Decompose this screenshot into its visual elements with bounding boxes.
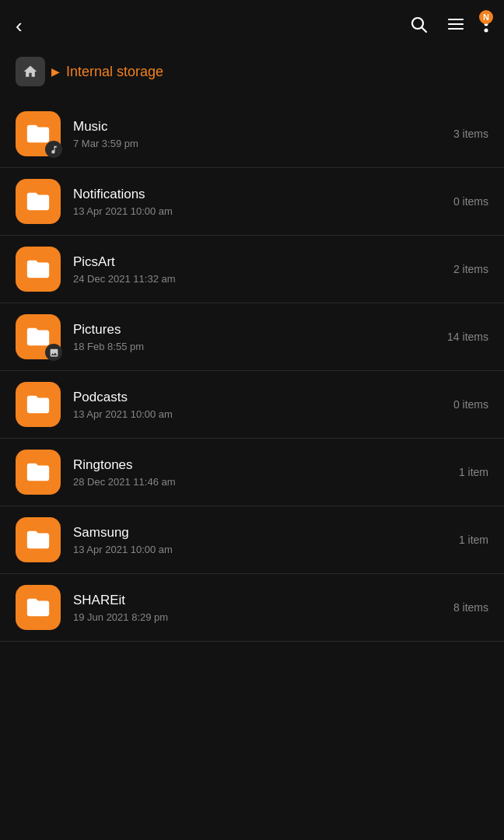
folder-info: Podcasts 13 Apr 2021 10:00 am — [73, 390, 441, 420]
folder-count: 0 items — [453, 195, 488, 208]
folder-date: 13 Apr 2021 10:00 am — [73, 544, 446, 555]
image-badge-icon — [45, 344, 62, 361]
breadcrumb: ▶ Internal storage — [0, 46, 504, 97]
folder-name: SHAREit — [73, 593, 441, 608]
folder-info: Ringtones 28 Dec 2021 11:46 am — [73, 457, 446, 488]
breadcrumb-path: Internal storage — [66, 64, 163, 80]
folder-icon — [16, 247, 61, 292]
folder-icon-container — [16, 247, 61, 292]
more-options-icon[interactable]: N — [484, 15, 488, 38]
folder-icon-container — [16, 517, 61, 562]
breadcrumb-arrow: ▶ — [51, 65, 60, 78]
home-icon[interactable] — [16, 57, 45, 86]
svg-point-7 — [485, 28, 488, 32]
back-button[interactable]: ‹ — [16, 14, 23, 38]
folder-date: 7 Mar 3:59 pm — [73, 138, 441, 149]
folder-count: 3 items — [453, 128, 488, 140]
header-right: N — [409, 15, 488, 38]
list-view-icon[interactable] — [446, 15, 465, 38]
folder-name: Samsung — [73, 525, 446, 541]
svg-line-1 — [422, 27, 427, 32]
folder-count: 1 item — [459, 534, 488, 546]
header-left: ‹ — [16, 14, 23, 38]
list-item[interactable]: Podcasts 13 Apr 2021 10:00 am 0 items — [0, 371, 504, 439]
list-item[interactable]: PicsArt 24 Dec 2021 11:32 am 2 items — [0, 236, 504, 303]
folder-icon-container — [16, 382, 61, 427]
list-item[interactable]: Notifications 13 Apr 2021 10:00 am 0 ite… — [0, 168, 504, 236]
folder-count: 1 item — [459, 466, 488, 478]
list-item[interactable]: Music 7 Mar 3:59 pm 3 items — [0, 100, 504, 168]
search-icon[interactable] — [409, 15, 428, 38]
folder-date: 13 Apr 2021 10:00 am — [73, 408, 441, 420]
list-item[interactable]: Samsung 13 Apr 2021 10:00 am 1 item — [0, 506, 504, 574]
folder-count: 8 items — [453, 601, 488, 614]
folder-name: Music — [73, 119, 441, 135]
folder-icon — [16, 450, 61, 495]
folder-list: Music 7 Mar 3:59 pm 3 items Notification… — [0, 100, 504, 642]
folder-date: 28 Dec 2021 11:46 am — [73, 476, 446, 488]
folder-info: Music 7 Mar 3:59 pm — [73, 119, 441, 149]
folder-info: Pictures 18 Feb 8:55 pm — [73, 322, 435, 352]
folder-count: 14 items — [447, 331, 488, 343]
folder-info: Samsung 13 Apr 2021 10:00 am — [73, 525, 446, 555]
folder-icon — [16, 179, 61, 224]
folder-name: Ringtones — [73, 457, 446, 473]
list-item[interactable]: SHAREit 19 Jun 2021 8:29 pm 8 items — [0, 574, 504, 642]
folder-date: 24 Dec 2021 11:32 am — [73, 273, 441, 285]
header: ‹ N — [0, 0, 504, 46]
notification-badge: N — [479, 10, 493, 24]
folder-icon — [16, 382, 61, 427]
folder-icon-container — [16, 179, 61, 224]
folder-info: Notifications 13 Apr 2021 10:00 am — [73, 187, 441, 217]
music-badge-icon — [45, 141, 62, 158]
list-item[interactable]: Pictures 18 Feb 8:55 pm 14 items — [0, 303, 504, 371]
folder-info: SHAREit 19 Jun 2021 8:29 pm — [73, 593, 441, 623]
folder-icon-container — [16, 450, 61, 495]
folder-icon-container — [16, 314, 61, 359]
folder-date: 13 Apr 2021 10:00 am — [73, 205, 441, 217]
folder-name: Podcasts — [73, 390, 441, 405]
folder-name: PicsArt — [73, 254, 441, 270]
folder-count: 0 items — [453, 398, 488, 411]
folder-name: Notifications — [73, 187, 441, 202]
folder-icon-container — [16, 585, 61, 630]
folder-icon — [16, 517, 61, 562]
folder-icon-container — [16, 111, 61, 156]
folder-info: PicsArt 24 Dec 2021 11:32 am — [73, 254, 441, 285]
folder-date: 18 Feb 8:55 pm — [73, 341, 435, 352]
folder-name: Pictures — [73, 322, 435, 338]
folder-icon — [16, 585, 61, 630]
folder-count: 2 items — [453, 263, 488, 275]
folder-date: 19 Jun 2021 8:29 pm — [73, 611, 441, 623]
list-item[interactable]: Ringtones 28 Dec 2021 11:46 am 1 item — [0, 439, 504, 506]
